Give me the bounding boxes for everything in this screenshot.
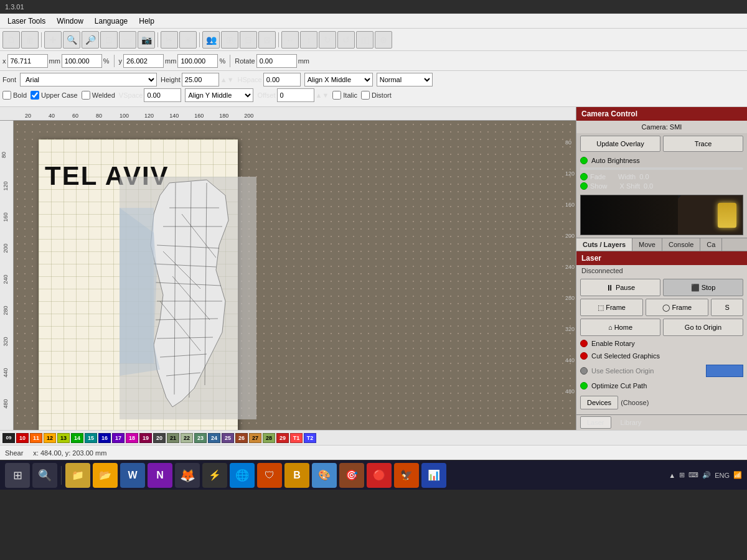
align-y-select[interactable]: Align Y Middle [185, 88, 253, 102]
app11-button[interactable]: 🎯 [339, 463, 364, 488]
layer-swatch-12[interactable]: 12 [44, 433, 56, 443]
layer-swatch-10[interactable]: 10 [16, 433, 29, 443]
layer-swatch-19[interactable]: 19 [139, 433, 152, 443]
menu-laser-tools[interactable]: Laser Tools [2, 16, 50, 27]
layer-swatch-15[interactable]: 15 [85, 433, 97, 443]
start-button[interactable]: ⊞ [5, 463, 30, 488]
canvas-area[interactable]: TEL AVIV [14, 121, 576, 430]
up-arrow-icon[interactable]: ▲ [669, 472, 675, 479]
hspace-input[interactable] [263, 73, 301, 86]
layer-swatch-28[interactable]: 28 [263, 433, 275, 443]
speaker-icon[interactable]: 🔊 [702, 471, 711, 479]
tab-console[interactable]: Console [662, 238, 700, 251]
vspace-input[interactable] [144, 88, 181, 102]
layer-swatch-25[interactable]: 25 [222, 433, 234, 443]
layer-swatch-24[interactable]: 24 [208, 433, 220, 443]
stop-button[interactable]: ⬛ Stop [663, 279, 743, 296]
x-input[interactable] [7, 54, 48, 68]
layer-swatch-14[interactable]: 14 [71, 433, 83, 443]
layer-swatch-20[interactable]: 20 [153, 433, 166, 443]
home-button[interactable]: ⌂ Home [580, 319, 660, 336]
zoom-fit-button[interactable]: ⊡ [100, 31, 118, 49]
node-button[interactable]: ✂ [161, 31, 178, 49]
app10-button[interactable]: 🎨 [312, 463, 337, 488]
update-overlay-button[interactable]: Update Overlay [580, 136, 660, 152]
layer-swatch-27[interactable]: 27 [249, 433, 261, 443]
layer-swatch-21[interactable]: 21 [167, 433, 179, 443]
scale-y-input[interactable] [177, 54, 218, 68]
tab-move[interactable]: Move [632, 238, 662, 251]
group-button[interactable]: 👥 [202, 31, 220, 49]
app6-button[interactable]: ⚡ [202, 463, 227, 488]
layer-swatch-11[interactable]: 11 [30, 433, 42, 443]
document-canvas[interactable]: TEL AVIV [39, 139, 238, 430]
start-button[interactable]: S [711, 299, 743, 316]
vflip-button[interactable]: ↕ [300, 31, 317, 49]
show-led[interactable] [580, 182, 588, 190]
welded-checkbox[interactable] [82, 91, 90, 100]
font-select[interactable]: Arial [20, 73, 157, 86]
select-button[interactable]: ▭ [119, 31, 136, 49]
firefox-button[interactable]: 🦊 [175, 463, 200, 488]
word-button[interactable]: W [120, 463, 145, 488]
app13-button[interactable]: 🦅 [394, 463, 419, 488]
auto-brightness-led[interactable] [580, 157, 588, 164]
upper-case-checkbox[interactable] [31, 91, 39, 100]
menu-window[interactable]: Window [52, 16, 88, 27]
app8-button[interactable]: 🛡 [257, 463, 282, 488]
explorer-button[interactable]: 📂 [93, 463, 118, 488]
layer-swatch-T1[interactable]: T1 [290, 433, 303, 443]
devices-button[interactable]: Devices [580, 396, 618, 409]
layer-swatch-13[interactable]: 13 [57, 433, 70, 443]
bold-checkbox[interactable] [2, 91, 11, 100]
rotcw-button[interactable]: ↻ [319, 31, 336, 49]
distort-checkbox[interactable] [361, 91, 370, 100]
use-origin-led[interactable] [580, 367, 588, 375]
layer-swatch-23[interactable]: 23 [194, 433, 207, 443]
rotary-led[interactable] [580, 340, 588, 347]
keyboard-icon[interactable]: ⌨ [688, 471, 698, 479]
frame2-button[interactable]: ◯ Frame [646, 299, 708, 316]
trace-button[interactable]: Trace [663, 136, 743, 152]
add-button[interactable]: ✚ [44, 31, 62, 49]
italic-checkbox[interactable] [332, 91, 341, 100]
layer-swatch-22[interactable]: 22 [181, 433, 193, 443]
go-to-origin-button[interactable]: Go to Origin [663, 319, 743, 336]
tab-ca[interactable]: Ca [700, 238, 722, 251]
offset-input[interactable] [277, 88, 314, 102]
layer-swatch-09[interactable]: 09 [2, 433, 15, 443]
optimize-led[interactable] [580, 382, 588, 390]
pause-button[interactable]: ⏸ Pause [580, 279, 660, 296]
tab-cuts-layers[interactable]: Cuts / Layers [576, 238, 632, 251]
camera-button[interactable]: 📷 [138, 31, 155, 49]
layer-swatch-26[interactable]: 26 [235, 433, 248, 443]
tool6-button[interactable]: ⊕ [375, 31, 392, 49]
layer-swatch-T2[interactable]: T2 [304, 433, 316, 443]
scale-x-input[interactable] [62, 54, 102, 68]
app9-button[interactable]: B [284, 463, 309, 488]
bottom-tab-laser[interactable]: Laser [580, 416, 611, 429]
rotccw-button[interactable]: ↺ [337, 31, 355, 49]
wifi-icon[interactable]: 📶 [733, 471, 742, 479]
menu-language[interactable]: Language [90, 16, 133, 27]
menu-help[interactable]: Help [134, 16, 159, 27]
new-button[interactable]: 🗋 [2, 31, 20, 49]
align-button[interactable]: ⊞ [221, 31, 238, 49]
tool5-button[interactable]: ◫ [356, 31, 374, 49]
file-manager-button[interactable]: 📁 [65, 463, 90, 488]
layer-swatch-29[interactable]: 29 [276, 433, 289, 443]
layer-swatch-17[interactable]: 17 [112, 433, 125, 443]
transform-button[interactable]: ⊠ [258, 31, 276, 49]
align-x-select[interactable]: Align X Middle [304, 73, 373, 86]
cut-selected-led[interactable] [580, 352, 588, 360]
layer-swatch-16[interactable]: 16 [98, 433, 111, 443]
search-button[interactable]: 🔍 [32, 463, 57, 488]
onenote-button[interactable]: N [148, 463, 172, 488]
rotate-input[interactable] [256, 54, 297, 68]
arrange-button[interactable]: ⊟ [240, 31, 257, 49]
height-input[interactable] [182, 73, 219, 86]
frame1-button[interactable]: ⬚ Frame [580, 299, 643, 316]
bottom-tab-library[interactable]: Library [614, 416, 649, 429]
boolean-button[interactable]: ✳ [179, 31, 197, 49]
normal-select[interactable]: Normal [377, 73, 433, 86]
